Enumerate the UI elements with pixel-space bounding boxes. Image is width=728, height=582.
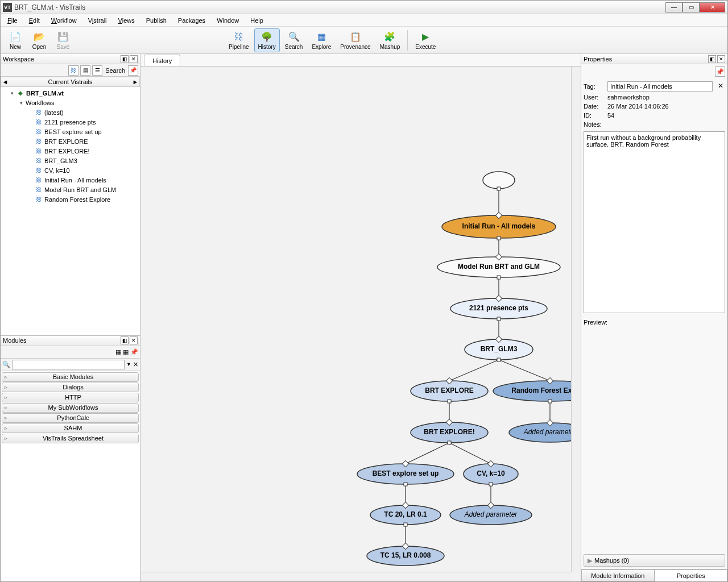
pin-icon[interactable]: 📌 [715,66,725,77]
maximize-button[interactable]: ▭ [682,2,700,13]
pin-icon[interactable]: 📌 [130,348,138,356]
provenance-button[interactable]: 📋Provenance [336,28,374,52]
tree-workflow-item[interactable]: ⛓BRT_GLM3 [1,156,140,165]
menu-help[interactable]: Help [246,16,268,25]
history-node[interactable] [483,172,515,190]
vertical-scrollbar[interactable] [571,66,581,572]
tab-properties[interactable]: Properties [655,569,728,581]
menu-edit[interactable]: Edit [24,16,44,25]
notes-textarea[interactable]: First run without a background probabili… [584,131,725,313]
dropdown-icon[interactable]: ▼ [126,361,131,367]
history-node[interactable]: BRT EXPLORE [411,377,488,403]
list-icon[interactable]: ▤ [80,65,90,76]
module-category[interactable]: ▹PythonCalc [2,413,139,423]
svg-text:TC 20, LR 0.1: TC 20, LR 0.1 [384,510,427,518]
module-category[interactable]: ▹VisTrails Spreadsheet [2,434,139,443]
clear-search-icon[interactable]: ✕ [133,361,138,368]
workflow-icon: ⛓ [35,186,43,193]
tree-workflow-item[interactable]: ⛓2121 presence pts [1,117,140,127]
history-node[interactable]: Added parameter [450,502,532,525]
undock-icon[interactable]: ◧ [121,336,129,344]
tree-workflow-item[interactable]: ⛓(latest) [1,107,140,117]
history-node[interactable]: TC 20, LR 0.1 [370,502,441,526]
explore-button[interactable]: ▦Explore [308,28,335,52]
menu-file[interactable]: File [3,16,22,25]
pin-icon[interactable]: 📌 [128,65,138,76]
tree-workflow-item[interactable]: ⛓BRT EXPLORE! [1,146,140,156]
history-node[interactable]: BEST explore set up [357,460,454,486]
workspace-header: Workspace ◧ ✕ [1,54,140,64]
menu-packages[interactable]: Packages [173,16,210,25]
close-panel-icon[interactable]: ✕ [130,55,138,63]
module-category[interactable]: ▹My SubWorkflows [2,403,139,413]
filter-icon[interactable]: ☰ [92,65,102,76]
toolbar: 📄New 📂Open 💾Save ⛓Pipeline 🌳History 🔍Sea… [1,27,727,54]
history-node[interactable]: Random Forest Explore [493,377,581,403]
workflow-icon: ⛓ [35,119,43,126]
workflow-icon: ⛓ [35,128,43,135]
search-button[interactable]: 🔍Search [281,28,307,52]
tree-workflow-item[interactable]: ⛓CV, k=10 [1,165,140,175]
prev-vistrail-icon[interactable]: ◄ [1,78,9,85]
svg-rect-49 [404,483,407,486]
history-node[interactable]: 2121 presence pts [450,295,547,321]
menu-vistrail[interactable]: Vistrail [84,16,111,25]
open-button[interactable]: 📂Open [28,28,51,52]
history-node[interactable]: Added parameter [509,419,581,442]
tree-root[interactable]: ▾◆BRT_GLM.vt [1,88,140,98]
search-icon: 🔍 [2,361,10,368]
module-category[interactable]: ▹SAHM [2,423,139,433]
history-node[interactable]: Model Run BRT and GLM [437,253,560,279]
undock-icon[interactable]: ◧ [121,55,129,63]
history-node[interactable]: CV, k=10 [464,460,518,486]
date-value: 26 Mar 2014 14:06:26 [607,103,669,110]
svg-text:BRT EXPLORE: BRT EXPLORE [425,386,473,394]
history-node[interactable]: TC 15, LR 0.008 [367,543,444,566]
undock-icon[interactable]: ◧ [708,55,716,63]
menu-workflow[interactable]: Workflow [47,16,81,25]
tree-workflow-item[interactable]: ⛓Model Run BRT and GLM [1,185,140,194]
menu-views[interactable]: Views [114,16,139,25]
clear-tag-icon[interactable]: ✕ [716,82,725,91]
workspace-subheader: ◄ Current Vistrails ► [1,77,140,87]
module-category[interactable]: ▹HTTP [2,393,139,402]
close-button[interactable]: ✕ [700,2,725,13]
history-node[interactable]: BRT_GLM3 [465,336,533,361]
history-node[interactable]: BRT EXPLORE! [411,419,488,444]
menu-publish[interactable]: Publish [142,16,171,25]
preview-label: Preview: [584,319,725,326]
history-node[interactable]: Initial Run - All models [442,212,556,240]
tag-input[interactable] [607,81,713,92]
svg-text:CV, k=10: CV, k=10 [477,469,505,477]
tree-workflow-item[interactable]: ⛓Random Forest Explore [1,194,140,204]
tab-module-information[interactable]: Module Information [581,569,655,581]
tree-workflow-item[interactable]: ⛓BEST explore set up [1,127,140,136]
mashup-button[interactable]: 🧩Mashup [376,28,404,52]
module-category[interactable]: ▹Basic Modules [2,372,139,382]
module-search-input[interactable] [12,360,125,369]
menu-window[interactable]: Window [212,16,243,25]
next-vistrail-icon[interactable]: ► [131,78,139,85]
execute-button[interactable]: ▶Execute [411,28,440,52]
svg-point-13 [483,172,515,189]
tree-workflow-item[interactable]: ⛓BRT EXPLORE [1,136,140,146]
module-action1-icon[interactable]: ▦ [115,348,121,356]
tab-history[interactable]: History [144,55,180,66]
minimize-button[interactable]: — [665,2,682,13]
tree-workflow-item[interactable]: ⛓Initial Run - All models [1,175,140,185]
module-category[interactable]: ▹Dialogs [2,383,139,392]
mashups-button[interactable]: ▶ Mashups (0) [584,554,725,567]
pipeline-button[interactable]: ⛓Pipeline [225,28,253,52]
new-button[interactable]: 📄New [4,28,27,52]
user-label: User: [584,94,604,101]
close-panel-icon[interactable]: ✕ [130,336,138,344]
svg-text:BEST explore set up: BEST explore set up [373,469,439,477]
tree-icon[interactable]: ⛓ [68,65,78,76]
close-panel-icon[interactable]: ✕ [717,55,725,63]
history-button[interactable]: 🌳History [254,28,280,52]
tree-workflows[interactable]: ▾Workflows [1,98,140,107]
history-canvas[interactable]: Initial Run - All modelsModel Run BRT an… [140,66,581,581]
expand-icon: ▹ [5,415,10,421]
module-action2-icon[interactable]: ▦ [123,348,129,356]
horizontal-scrollbar[interactable] [140,572,571,581]
